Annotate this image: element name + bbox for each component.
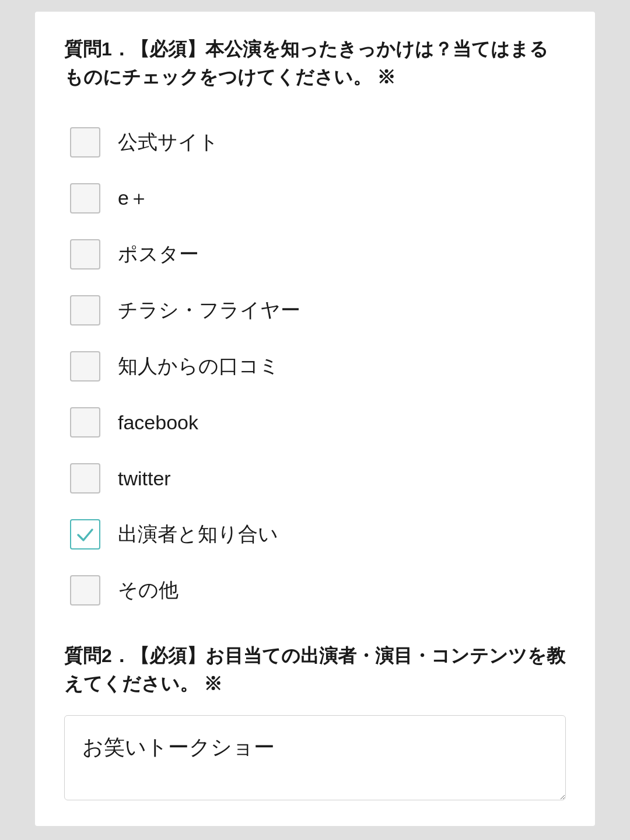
question2-title: 質問2．【必須】お目当ての出演者・演目・コンテンツを教えてください。 ※	[64, 642, 566, 698]
checkbox-label-twitter: twitter	[118, 467, 171, 490]
checkbox-item-acquaintance[interactable]: 出演者と知り合い	[64, 506, 566, 562]
checkbox-box-other	[70, 575, 100, 606]
checkbox-item-eplus[interactable]: e＋	[64, 170, 566, 226]
checkbox-label-poster: ポスター	[118, 241, 199, 268]
checkbox-label-flyer: チラシ・フライヤー	[118, 297, 300, 324]
checkbox-item-facebook[interactable]: facebook	[64, 394, 566, 450]
checkbox-box-acquaintance	[70, 519, 100, 550]
checkbox-box-word-of-mouth	[70, 351, 100, 382]
checkbox-box-official-site	[70, 127, 100, 158]
checkbox-item-official-site[interactable]: 公式サイト	[64, 114, 566, 170]
checkbox-box-poster	[70, 239, 100, 270]
checkbox-item-word-of-mouth[interactable]: 知人からの口コミ	[64, 338, 566, 394]
checkbox-label-official-site: 公式サイト	[118, 129, 219, 156]
checkbox-item-twitter[interactable]: twitter	[64, 450, 566, 506]
survey-card: 質問1．【必須】本公演を知ったきっかけは？当てはまるものにチェックをつけてくださ…	[35, 12, 595, 826]
checkbox-label-other: その他	[118, 577, 178, 604]
checkbox-item-poster[interactable]: ポスター	[64, 226, 566, 282]
checkbox-box-flyer	[70, 295, 100, 326]
checkbox-box-facebook	[70, 407, 100, 438]
checkbox-item-flyer[interactable]: チラシ・フライヤー	[64, 282, 566, 338]
checkbox-item-other[interactable]: その他	[64, 562, 566, 618]
question1-title: 質問1．【必須】本公演を知ったきっかけは？当てはまるものにチェックをつけてくださ…	[64, 35, 566, 91]
checkbox-label-eplus: e＋	[118, 185, 149, 212]
checkmark-icon-acquaintance	[76, 525, 94, 544]
checkbox-list: 公式サイト e＋ ポスター チラシ・フライヤー 知人からの口コミ faceboo…	[64, 114, 566, 618]
checkbox-label-facebook: facebook	[118, 411, 198, 434]
checkbox-box-twitter	[70, 463, 100, 494]
checkbox-box-eplus	[70, 183, 100, 214]
checkbox-label-word-of-mouth: 知人からの口コミ	[118, 353, 279, 380]
checkbox-label-acquaintance: 出演者と知り合い	[118, 521, 278, 548]
question2-textarea[interactable]	[64, 715, 566, 800]
